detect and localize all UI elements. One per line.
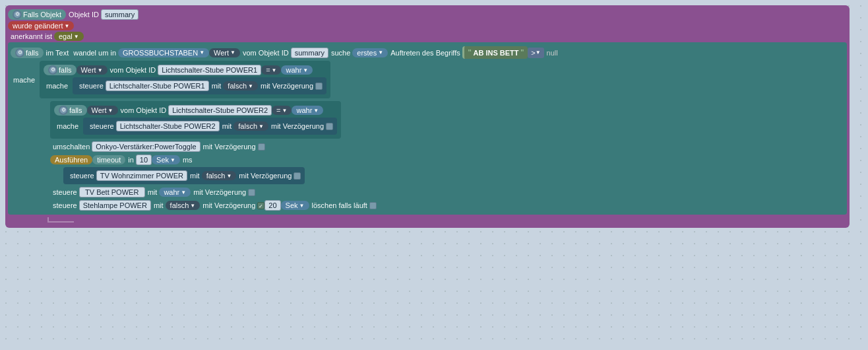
mit-label-1: mit: [212, 82, 222, 90]
falsch-pill-2[interactable]: falsch: [233, 122, 268, 131]
vom-objekt-id-label-3: vom Objekt ID: [121, 106, 167, 114]
anerkannt-label: anerkannt ist: [11, 32, 52, 40]
ausfuehren-row: Ausführen timeout in 10 Sek ms: [50, 155, 844, 165]
wurde-geaendert-pill[interactable]: wurde geändert: [8, 21, 74, 30]
wert-pill-3[interactable]: Wert: [87, 106, 118, 115]
onkyo-input[interactable]: Onkyo-Verstärker:PowerToggle: [92, 141, 200, 152]
value-10-input[interactable]: 10: [136, 155, 152, 165]
falls-row-1: ⚙ falls im Text wandel um in GROSSBUCHST…: [11, 46, 844, 59]
tv-bett-row: steuere TV Bett POWER mit wahr mit Verzö…: [50, 187, 844, 197]
mache-label-2: mache: [46, 82, 68, 90]
tv-wohnzimmer-row: steuere TV Wohnzimmer POWER mit falsch m…: [63, 167, 844, 184]
gear-icon-4: ⚙: [59, 106, 68, 115]
falls-label-1: falls: [26, 49, 39, 57]
tv-wohnzimmer-block: steuere TV Wohnzimmer POWER mit falsch m…: [63, 167, 305, 184]
null-label: null: [547, 49, 558, 57]
checkbox-7[interactable]: [369, 202, 377, 209]
umschalten-row: umschalten Onkyo-Verstärker:PowerToggle …: [50, 141, 844, 152]
summary-input[interactable]: summary: [101, 9, 139, 20]
checkbox-3[interactable]: [258, 143, 265, 151]
wahr-pill-1[interactable]: wahr: [281, 65, 313, 75]
gt-btn[interactable]: >: [528, 48, 543, 58]
stehlampe-row: steuere Stehlampe POWER mit falsch mit V…: [50, 200, 844, 211]
umschalten-label: umschalten: [53, 143, 90, 151]
lichtschalter-input-1[interactable]: Lichtschalter-Stube POWER1: [158, 65, 261, 75]
gear-icon-3: ⚙: [48, 65, 57, 75]
eq-pill-2[interactable]: =: [272, 106, 292, 115]
main-teal-block: ⚙ falls im Text wandel um in GROSSBUCHST…: [8, 42, 847, 215]
steuere-label-1: steuere: [79, 82, 104, 90]
mit-verzoegerung-label-4: mit Verzögerung: [239, 172, 292, 180]
value-20-input[interactable]: 20: [264, 200, 280, 211]
erstes-pill[interactable]: erstes: [352, 48, 388, 57]
falsch-pill-1[interactable]: falsch: [223, 81, 258, 90]
egal-pill[interactable]: egal: [54, 32, 84, 41]
grossbuchstaben-pill[interactable]: GROSSBUCHSTABEN: [118, 48, 209, 57]
mit-label-3: mit: [190, 172, 200, 180]
falls-label-2: falls: [59, 66, 72, 74]
steuere-row-1: steuere Lichtschalter-Stube POWER1 mit f…: [77, 81, 323, 91]
falsch-pill-3[interactable]: falsch: [202, 171, 237, 180]
steuere-label-5: steuere: [53, 201, 77, 209]
eq-pill-1[interactable]: =: [261, 65, 281, 75]
falls-block-wrapper-2: ⚙ falls Wert vom Objekt ID Lichtschalter…: [50, 101, 844, 139]
tv-wohnzimmer-input[interactable]: TV Wohnzimmer POWER: [96, 170, 187, 181]
mit-verzoegerung-label-1: mit Verzögerung: [261, 82, 313, 90]
steuere-block-2: steuere Lichtschalter-Stube POWER2 mit f…: [83, 118, 337, 135]
steuere-label-4: steuere: [53, 188, 77, 196]
suche-label: suche: [331, 49, 350, 57]
gear-icon: ⚙: [13, 10, 22, 19]
falls-block-2[interactable]: ⚙ falls: [44, 65, 77, 75]
wahr-pill-2[interactable]: wahr: [292, 106, 323, 115]
lichtschalter-input-2[interactable]: Lichtschalter-Stube POWER2: [168, 105, 272, 116]
falls-row-2: ⚙ falls Wert vom Objekt ID Lichtschalter…: [44, 65, 326, 75]
ausfuehren-pill[interactable]: Ausführen: [50, 155, 92, 164]
summary-input-2[interactable]: summary: [291, 48, 328, 58]
checkbox-2[interactable]: [326, 123, 333, 130]
falls-objekt-block[interactable]: ⚙ Falls Objekt: [8, 9, 66, 20]
wandel-um-in-label: wandel um in: [73, 49, 116, 57]
mit-label-5: mit: [154, 201, 164, 209]
mache-label-3: mache: [57, 122, 78, 130]
wahr-pill-4[interactable]: wahr: [159, 188, 191, 197]
lichtschalter-input-1b[interactable]: Lichtschalter-Stube POWER1: [106, 81, 209, 91]
steuere-label-2: steuere: [90, 122, 114, 130]
timeout-pill[interactable]: timeout: [92, 155, 125, 164]
nested-block-1: ⚙ falls Wert vom Objekt ID Lichtschalter…: [40, 61, 330, 98]
falsch-pill-5[interactable]: falsch: [166, 201, 201, 210]
wert-pill-1[interactable]: Wert: [209, 48, 240, 57]
objekt-id-label: Objekt ID: [69, 11, 99, 18]
mit-verzoegerung-label-2: mit Verzögerung: [271, 122, 324, 130]
checkbox-5[interactable]: [248, 189, 255, 196]
mit-verzoegerung-label-5: mit Verzögerung: [193, 188, 246, 196]
outer-wrapper: ⚙ Falls Objekt Objekt ID summary wurde g…: [5, 5, 850, 228]
sek-pill[interactable]: Sek: [152, 155, 180, 164]
ms-label: ms: [183, 156, 193, 164]
nested-block-2: ⚙ falls Wert vom Objekt ID Lichtschalter…: [50, 101, 341, 139]
ab-ins-bett-block: " AB INS BETT ": [462, 46, 528, 59]
falls-label-3: falls: [69, 106, 82, 114]
wurde-geaendert-row: wurde geändert: [8, 21, 847, 30]
checkbox-1[interactable]: [315, 83, 323, 90]
checkbox-6[interactable]: ✓: [257, 202, 264, 209]
auftreten-label: Auftreten des Begriffs: [390, 49, 460, 57]
stehlampe-input[interactable]: Stehlampe POWER: [79, 200, 151, 211]
gear-icon-2: ⚙: [15, 48, 24, 57]
checkbox-4[interactable]: [294, 172, 301, 180]
im-text-label: im Text: [46, 49, 69, 57]
loeschen-label: löschen falls läuft: [312, 201, 367, 209]
mache-row-3: mache steuere Lichtschalter-Stube POWER2…: [54, 118, 337, 135]
falls-row-3: ⚙ falls Wert vom Objekt ID Lichtschalter…: [54, 105, 337, 116]
closing-bracket: [47, 217, 74, 223]
tv-bett-input[interactable]: TV Bett POWER: [79, 187, 145, 197]
wert-pill-2[interactable]: Wert: [77, 65, 108, 75]
sek-pill-2[interactable]: Sek: [281, 201, 309, 210]
steuere-label-3: steuere: [70, 172, 94, 180]
falls-block-3[interactable]: ⚙ falls: [54, 105, 87, 116]
mit-verzoegerung-label-3: mit Verzögerung: [203, 143, 256, 151]
steuere-row-3: steuere TV Wohnzimmer POWER mit falsch m…: [67, 170, 301, 181]
lichtschalter-input-2b[interactable]: Lichtschalter-Stube POWER2: [116, 121, 220, 131]
falls-block-1[interactable]: ⚙ falls: [11, 48, 44, 58]
mit-verzoegerung-label-6: mit Verzögerung: [202, 201, 255, 209]
falls-objekt-label: Falls Objekt: [23, 11, 61, 18]
